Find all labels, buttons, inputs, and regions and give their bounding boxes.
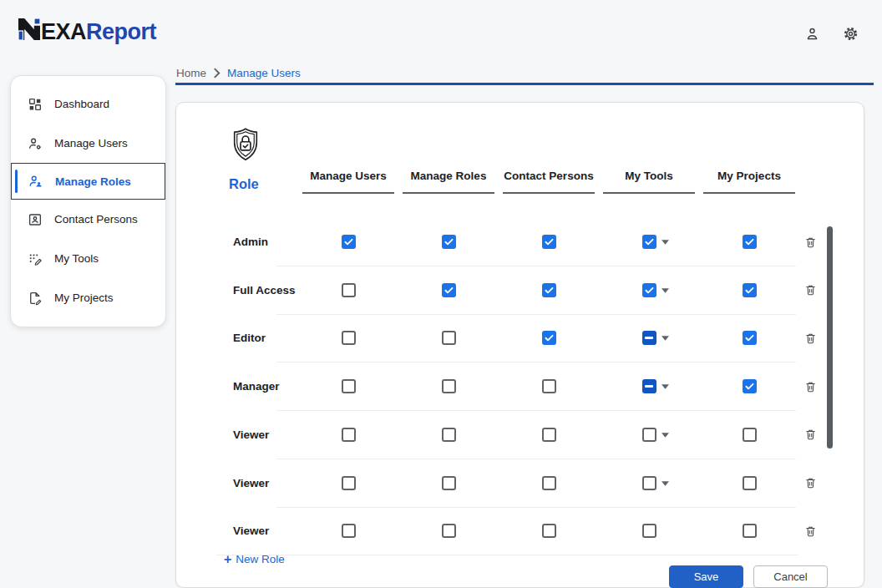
permission-row-admin: Admin [176,218,864,266]
cancel-button[interactable]: Cancel [753,565,828,588]
role-name-label: Admin [233,218,268,266]
caret-down-icon[interactable] [662,240,669,245]
dashboard-icon [28,97,43,112]
role-name-label: Viewer [233,507,269,555]
nexa-n-mark-icon [18,18,41,46]
permission-row-viewer: Viewer [176,411,864,459]
checkbox-viewer-col1[interactable] [342,428,356,442]
shield-lock-icon [227,126,264,166]
checkbox-manager-col2[interactable] [442,379,456,393]
sidebar-item-dashboard[interactable]: Dashboard [11,84,165,124]
caret-down-icon[interactable] [662,481,669,486]
checkbox-viewer-col2[interactable] [442,428,456,442]
checkbox-admin-col4[interactable] [642,235,656,249]
trash-icon [804,332,817,345]
caret-down-icon[interactable] [662,384,669,389]
delete-role-button[interactable] [803,283,818,297]
column-header-manage-roles: Manage Roles [403,170,494,194]
checkbox-admin-col2[interactable] [442,235,456,249]
roles-panel: Role Manage UsersManage RolesContact Per… [175,102,864,588]
checkbox-full-access-col1[interactable] [342,283,356,297]
checkbox-viewer-col1[interactable] [342,524,356,538]
role-name-label: Editor [233,314,266,362]
manage-roles-icon [28,174,43,189]
contact-card-icon [28,212,43,227]
role-name-label: Manager [233,362,280,411]
checkbox-manager-col5[interactable] [743,379,757,393]
checkbox-editor-col3[interactable] [542,331,556,345]
checkbox-viewer-col2[interactable] [442,524,456,538]
trash-icon [804,283,817,297]
checkbox-editor-col5[interactable] [743,331,757,345]
sidebar-item-my-projects[interactable]: My Projects [11,278,165,317]
sidebar-item-manage-users[interactable]: Manage Users [11,124,165,163]
sidebar-item-label: Manage Users [54,137,128,150]
checkbox-viewer-col5[interactable] [743,524,757,538]
checkbox-manager-col1[interactable] [342,379,356,393]
checkbox-editor-col2[interactable] [442,331,456,345]
breadcrumb: Home Manage Users [176,67,301,79]
delete-role-button[interactable] [803,476,818,490]
checkbox-editor-col1[interactable] [342,331,356,345]
trash-icon [804,476,817,489]
column-header-contact-persons: Contact Persons [503,170,595,194]
checkbox-full-access-col5[interactable] [743,283,757,297]
delete-role-button[interactable] [803,428,818,442]
checkbox-editor-col4[interactable] [642,331,656,345]
checkbox-manager-col4[interactable] [642,379,656,393]
delete-role-button[interactable] [803,331,818,345]
caret-down-icon[interactable] [662,336,669,341]
checkbox-viewer-col4[interactable] [642,524,656,538]
breadcrumb-manage-users[interactable]: Manage Users [227,67,301,79]
checkbox-admin-col1[interactable] [342,235,356,249]
checkbox-viewer-col3[interactable] [542,428,556,442]
app-logo: EXAReport [18,18,156,46]
checkbox-viewer-col1[interactable] [342,476,356,490]
save-button[interactable]: Save [669,565,743,588]
checkbox-manager-col3[interactable] [542,379,556,393]
logo-text-nexa: EXA [41,19,86,45]
permission-row-manager: Manager [176,362,864,411]
column-header-my-projects: My Projects [703,170,795,194]
sidebar-item-contact-persons[interactable]: Contact Persons [11,200,165,239]
row-divider [216,555,798,555]
settings-button[interactable] [839,23,862,47]
caret-down-icon[interactable] [662,433,669,438]
new-role-label: New Role [236,553,285,565]
caret-down-icon[interactable] [662,288,669,293]
plus-icon: + [224,554,231,565]
chevron-right-icon [213,68,220,79]
checkbox-full-access-col2[interactable] [442,283,456,297]
checkbox-viewer-col4[interactable] [642,428,656,442]
checkbox-viewer-col3[interactable] [542,524,556,538]
sidebar-item-my-tools[interactable]: My Tools [11,239,165,278]
breadcrumb-home[interactable]: Home [176,67,206,79]
sidebar-item-label: Contact Persons [54,213,138,226]
checkbox-viewer-col4[interactable] [642,476,656,490]
checkbox-full-access-col3[interactable] [542,283,556,297]
column-header-my-tools: My Tools [603,170,695,194]
delete-role-button[interactable] [803,235,818,249]
permission-row-full-access: Full Access [176,266,864,315]
role-name-label: Viewer [233,411,269,459]
sidebar-item-label: Manage Roles [55,175,131,188]
checkbox-viewer-col2[interactable] [442,476,456,490]
checkbox-viewer-col3[interactable] [542,476,556,490]
column-header-manage-users: Manage Users [302,170,394,194]
scrollbar-thumb[interactable] [827,226,833,449]
logo-text-report: Report [86,19,156,45]
sidebar-item-manage-roles[interactable]: Manage Roles [11,163,165,200]
checkbox-full-access-col4[interactable] [642,283,656,297]
trash-icon [804,380,817,393]
new-role-button[interactable]: + New Role [224,553,285,565]
user-account-button[interactable] [800,23,824,47]
checkbox-admin-col3[interactable] [542,235,556,249]
role-column-title: Role [229,176,259,192]
checkbox-viewer-col5[interactable] [743,428,757,442]
breadcrumb-underline [175,83,874,85]
checkbox-admin-col5[interactable] [743,235,757,249]
delete-role-button[interactable] [803,379,818,393]
delete-role-button[interactable] [803,524,818,538]
checkbox-viewer-col5[interactable] [743,476,757,490]
manage-users-icon [28,136,43,151]
